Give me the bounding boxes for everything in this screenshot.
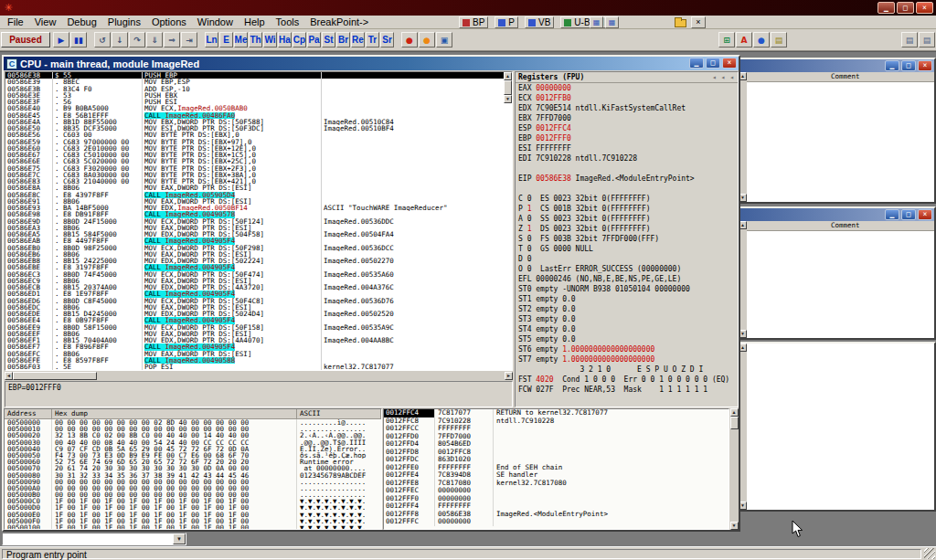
disasm-row[interactable]: 00586ED6. 8B0D C8F45000MOV ECX,DWORD PTR… <box>5 298 504 304</box>
dump-row[interactable]: 005000F01F 00 1F 00 1F 00 1F 00 1F 00 1F… <box>5 518 381 524</box>
scroll-down-icon[interactable]: ▼ <box>504 95 512 103</box>
toolbar-letter-tr[interactable]: Tr <box>366 32 379 48</box>
menu-item-view[interactable]: View <box>29 16 62 29</box>
dump-row[interactable]: 0050002032 13 8B C0 02 00 8B C0 00 40 40… <box>5 432 381 438</box>
register-line[interactable]: ST5 empty 0.0 <box>516 334 738 344</box>
register-line[interactable]: EDI 7C910228 ntdll.7C910228 <box>516 153 738 164</box>
side-window-1-maximize-button[interactable]: □ <box>901 60 916 71</box>
register-line[interactable]: ST6 empty 1.0000000000000000000 <box>516 344 738 354</box>
disasm-row[interactable]: 00586E91. 8B06MOV EAX,DWORD PTR DS:[ESI] <box>5 198 504 205</box>
side-window-2-close-button[interactable]: × <box>918 209 932 220</box>
restart-icon[interactable]: ↺ <box>94 32 111 48</box>
stack-row[interactable]: 0012FFD80012FFC8 <box>384 449 729 457</box>
cpu-title-bar[interactable]: C CPU - main thread, module ImageRed ▁ □… <box>4 57 739 70</box>
dump-row[interactable]: 005000A000 00 00 00 00 00 00 00 00 00 00… <box>5 485 381 491</box>
patch-icon[interactable]: ▣ <box>436 32 452 48</box>
disasm-row[interactable]: 00586E93. BA 14BF5000MOV EDX,ImageRed.00… <box>5 205 504 211</box>
register-line[interactable]: ST2 empty 0.0 <box>516 304 738 314</box>
register-line[interactable] <box>516 164 738 174</box>
register-line[interactable]: ST0 empty -UNORM B938 01050104 00000000 <box>516 284 738 294</box>
register-line[interactable]: ST7 empty 1.0000000000000000000 <box>516 354 738 365</box>
stack-row[interactable]: 0012FFC47C817077RETURN to kernel32.7C817… <box>384 409 729 417</box>
register-line[interactable]: T 0 GS 0000 NULL <box>516 244 738 254</box>
appearance-icon[interactable]: A <box>736 32 752 48</box>
disasm-row[interactable]: 00586EE4. E8 0B97F8FFCALL ImageRed.00490… <box>5 317 504 323</box>
disasm-row[interactable]: 00586F03. 5EPOP ESIkernel32.7C817077 <box>5 364 504 370</box>
stack-row[interactable]: 0012FFEC00000000 <box>384 487 729 495</box>
disasm-row[interactable]: 00586E3E. 53PUSH EBX <box>5 92 504 99</box>
minimize-button[interactable]: ▁ <box>878 2 895 14</box>
command-combobox[interactable]: ▼ <box>2 533 186 545</box>
disasm-row[interactable]: 00586E60. C683 2E010000 00MOV BYTE PTR D… <box>5 145 504 152</box>
disasm-row[interactable]: 00586EFE. E8 8597F8FFCALL ImageRed.00490… <box>5 357 504 364</box>
disasm-row[interactable]: 00586E83. C683 21040000 00MOV BYTE PTR D… <box>5 178 504 185</box>
scroll-thumb[interactable] <box>13 372 97 380</box>
disasm-row[interactable]: 00586E50. 8B35 DCF35000MOV ESI,DWORD PTR… <box>5 125 504 132</box>
stack-row[interactable]: 0012FFE47C8394D8SE handler <box>384 471 729 480</box>
disasm-row[interactable]: 00586E7C. C683 8A030000 00MOV BYTE PTR D… <box>5 172 504 178</box>
dump-row[interactable]: 0050007020 61 74 20 30 30 30 30 30 30 30… <box>5 465 381 471</box>
stack-row[interactable]: 0012FFE0FFFFFFFFEnd of SEH chain <box>384 464 729 472</box>
disasm-row[interactable]: 00586EB6. 8B06MOV EAX,DWORD PTR DS:[ESI] <box>5 251 504 258</box>
disasm-row[interactable]: 00586EA5. 8B15 584F5000MOV EDX,DWORD PTR… <box>5 231 504 238</box>
disasm-row[interactable]: 00586E39. 8BECMOV EBP,ESP <box>5 79 504 85</box>
cpu-minimize-button[interactable]: ▁ <box>689 58 704 69</box>
register-line[interactable]: ESI FFFFFFFF <box>516 143 738 153</box>
dump-row[interactable]: 005000E01F 00 1F 00 1F 00 1F 00 1F 00 1F… <box>5 512 381 518</box>
disasm-row[interactable]: 00586E38$ 55PUSH EBP <box>5 72 504 79</box>
disasm-row[interactable]: 00586EFC. 8B06MOV EAX,DWORD PTR DS:[ESI] <box>5 351 504 357</box>
dump-row[interactable]: 0050001000 00 00 00 00 00 00 00 00 00 00… <box>5 426 381 432</box>
disasm-row[interactable]: 00586EE9. 8B0D 58F15000MOV ECX,DWORD PTR… <box>5 324 504 331</box>
register-line[interactable]: EDX 7C90E514 ntdll.KiFastSystemCallRet <box>516 103 738 113</box>
disasm-row[interactable]: 00586E67. C683 C5010000 00MOV BYTE PTR D… <box>5 152 504 158</box>
side-window-2-title-bar[interactable]: ▁ □ × <box>739 208 934 221</box>
disasm-row[interactable]: 00586EDC. 8B06MOV EAX,DWORD PTR DS:[ESI] <box>5 304 504 311</box>
colors-icon[interactable]: ● <box>753 32 770 48</box>
disasm-row[interactable]: 00586EA3. 8B06MOV EAX,DWORD PTR DS:[ESI] <box>5 225 504 231</box>
dump-row[interactable]: 005000D01F 00 1F 00 1F 00 1F 00 1F 00 1F… <box>5 504 381 511</box>
register-line[interactable]: ST1 empty 0.0 <box>516 294 738 304</box>
toolbar-letter-th[interactable]: Th <box>249 32 262 48</box>
title-bar[interactable]: ✳ ▁ □ × <box>0 0 936 16</box>
register-line[interactable]: FCW 027F Prec NEAR,53 Mask 1 1 1 1 1 1 <box>516 385 738 395</box>
menu-item-file[interactable]: File <box>2 16 29 29</box>
toolbar-letter-ln[interactable]: Ln <box>205 32 218 48</box>
info-pane[interactable]: EBP=0012FFF0 <box>5 381 513 407</box>
register-line[interactable]: EFL 00000246 (NO,NB,E,BE,NS,PE,GE,LE) <box>516 274 738 284</box>
toolbar-letter-re[interactable]: Re <box>351 32 365 48</box>
disasm-row[interactable]: 00586E75. C683 F3020000 00MOV BYTE PTR D… <box>5 165 504 172</box>
dump-row[interactable]: 00500050F4 73 00 73 E3 0D B9 E9 FE 00 C7… <box>5 452 381 459</box>
dump-row[interactable]: 00500040C9 07 CF CD 0B 5A 65 29 00 45 72… <box>5 446 381 452</box>
pause-icon[interactable]: ▮▮ <box>70 32 87 48</box>
stack-row[interactable]: 0012FFDC863D1020 <box>384 456 729 464</box>
disasm-row[interactable]: 00586EC3. 8B0D 74F45000MOV ECX,DWORD PTR… <box>5 271 504 278</box>
disasm-row[interactable]: 00586EB8. 8B15 24225000MOV EDX,DWORD PTR… <box>5 258 504 264</box>
disasm-row[interactable]: 00586E8A. 8B06MOV EAX,DWORD PTR DS:[ESI] <box>5 185 504 191</box>
register-line[interactable]: S 0 FS 003B 32bit 7FFDF000(FFF) <box>516 234 738 244</box>
window-grid-icon[interactable]: ▦ <box>590 16 603 28</box>
animate-into-icon[interactable]: ⇓ <box>146 32 163 48</box>
dump-row[interactable]: 0050008030 31 32 33 34 35 36 37 38 39 41… <box>5 472 381 479</box>
dump-row[interactable]: 0050009000 00 00 00 00 00 00 00 00 00 00… <box>5 479 381 485</box>
stack-row[interactable]: 0012FFD07FFD7000 <box>384 433 729 441</box>
cpu-close-button[interactable]: × <box>722 58 737 69</box>
toolbar-letter-wi[interactable]: Wi <box>263 32 277 48</box>
disasm-row[interactable]: 00586EBE. E8 3197F8FFCALL ImageRed.00490… <box>5 264 504 270</box>
dump-row[interactable]: 005000C01F 00 1F 00 1F 00 1F 00 1F 00 1F… <box>5 498 381 504</box>
disasm-row[interactable]: 00586E45. E8 56B1EFFFCALL ImageRed.00486… <box>5 112 504 119</box>
side-window-2-maximize-button[interactable]: □ <box>901 209 916 220</box>
toolbar-letter-pa[interactable]: Pa <box>307 32 321 48</box>
scroll-thumb[interactable] <box>504 80 512 95</box>
stack-row[interactable]: 0012FFF000000000 <box>384 495 729 503</box>
folder-icon[interactable] <box>675 19 686 27</box>
register-line[interactable]: ST3 empty 0.0 <box>516 314 738 324</box>
register-line[interactable]: C 0 ES 0023 32bit 0(FFFFFFFF) <box>516 194 738 204</box>
resize-grip[interactable] <box>924 548 935 559</box>
menu-item-plugins[interactable]: Plugins <box>102 16 146 29</box>
disasm-row[interactable]: 00586ED1. E8 1E97F8FFCALL ImageRed.00490… <box>5 291 504 297</box>
menu-close-button[interactable]: × <box>691 16 706 28</box>
stack-row[interactable]: 0012FFD48054B6ED <box>384 440 729 449</box>
stack-scrollbar[interactable]: ▲ ▼ <box>729 408 739 530</box>
menu-item-debug[interactable]: Debug <box>61 16 101 29</box>
disasm-row[interactable]: 00586E3F. 56PUSH ESI <box>5 99 504 105</box>
